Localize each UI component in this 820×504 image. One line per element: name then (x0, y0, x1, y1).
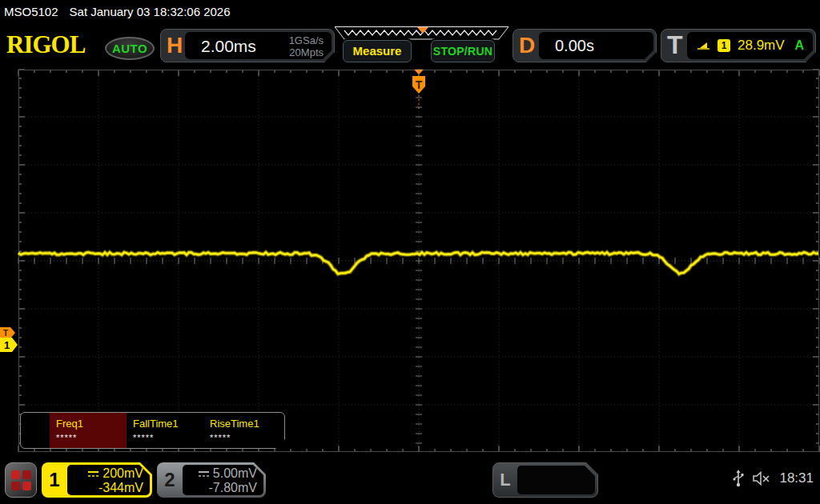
horizontal-inner: 2.00ms 1GSa/s 20Mpts (185, 32, 332, 59)
channel2-number: 2 (157, 462, 183, 498)
trigger-position-arrow (414, 70, 424, 74)
delay-label: D (519, 33, 535, 58)
digital-channels-button[interactable]: L 0 1 2 3 4 5 6 7 8 9 10 11 12 13 14 15 (492, 462, 598, 498)
acquisition-mode-badge[interactable]: AUTO (105, 37, 155, 60)
channel1-info: 200mV -344mV (67, 465, 150, 495)
measurement-value: ***** (133, 433, 203, 442)
usb-icon (733, 470, 744, 487)
channel2-info: 5.00mV -7.80mV (183, 465, 263, 495)
channel1-number: 1 (42, 462, 67, 498)
trigger-box[interactable]: T 1 28.9mV A (661, 29, 816, 62)
measurement-freq1[interactable]: Freq1 ***** (50, 413, 127, 448)
header-bar: RIGOL AUTO H 2.00ms 1GSa/s 20Mpts Measur… (0, 24, 820, 69)
digital-row-1: 0 1 2 3 4 5 6 7 (517, 494, 595, 504)
trigger-sweep-mode: A (795, 38, 805, 53)
dc-coupling-icon (198, 470, 210, 478)
trigger-source-badge: 1 (718, 39, 730, 52)
clock: 18:31 (779, 470, 814, 486)
delay-box[interactable]: D 0.00s (512, 29, 657, 62)
channel2-offset: -7.80mV (183, 481, 257, 495)
measure-button[interactable]: Measure (343, 40, 412, 62)
channel1-button[interactable]: 1 200mV -344mV (42, 462, 152, 498)
svg-text:T: T (3, 329, 8, 338)
grid-icon (11, 482, 20, 490)
trigger-label: T (667, 30, 683, 60)
delay-value: 0.00s (555, 37, 594, 55)
rising-edge-trigger-icon (697, 40, 710, 51)
grid-icon (22, 470, 31, 479)
speaker-muted-icon[interactable] (752, 470, 771, 486)
measurement-label: FallTime1 (133, 418, 203, 430)
measurement-risetime1[interactable]: RiseTime1 ***** (203, 413, 280, 448)
horizontal-label: H (167, 33, 183, 58)
measurement-value: ***** (56, 433, 127, 442)
digital-label: L (493, 463, 517, 497)
channel2-scale: 5.00mV (213, 466, 257, 481)
measurement-value: ***** (210, 433, 280, 442)
measurement-panel[interactable]: Freq1 ***** FallTime1 ***** RiseTime1 **… (20, 412, 285, 449)
trigger-inner: 1 28.9mV A (687, 32, 813, 59)
waveform-grid: TT1 (0, 69, 820, 456)
horizontal-timebase-box[interactable]: H 2.00ms 1GSa/s 20Mpts (160, 29, 335, 62)
grid-icon (22, 482, 31, 490)
stop-run-button[interactable]: STOP/RUN (431, 40, 495, 62)
measurement-falltime1[interactable]: FallTime1 ***** (127, 413, 203, 448)
delay-inner: 0.00s (539, 32, 653, 59)
waveform-overview[interactable] (335, 26, 509, 40)
digital-channel-list: 0 1 2 3 4 5 6 7 8 9 10 11 12 13 14 15 (517, 466, 595, 494)
title-bar: MSO5102Sat January 03 18:32:06 2026 (0, 0, 820, 24)
sample-rate: 1GSa/s 20Mpts (289, 34, 324, 58)
quick-menu-button[interactable] (5, 462, 37, 498)
model-name: MSO5102 (4, 5, 58, 18)
measurement-label: Freq1 (56, 418, 127, 430)
channel1-scale: 200mV (102, 466, 143, 481)
rigol-logo: RIGOL (6, 30, 85, 59)
dc-coupling-icon (87, 470, 99, 478)
memory-depth-value: 20Mpts (289, 46, 324, 58)
trigger-level-value: 28.9mV (738, 38, 785, 54)
timebase-value: 2.00ms (201, 37, 256, 56)
date-time: Sat January 03 18:32:06 2026 (70, 5, 231, 18)
svg-text:T: T (416, 78, 423, 91)
svg-text:1: 1 (4, 339, 10, 351)
measurement-label: RiseTime1 (210, 418, 280, 430)
sample-rate-value: 1GSa/s (289, 34, 324, 46)
waveform-display[interactable]: TT1 (0, 69, 820, 456)
grid-icon (11, 470, 20, 479)
bottom-status-bar: 1 200mV -344mV 2 (0, 456, 820, 504)
waveform-overview-graphic (335, 26, 509, 40)
channel1-offset: -344mV (67, 481, 143, 495)
channel2-button[interactable]: 2 5.00mV -7.80mV (157, 462, 266, 498)
